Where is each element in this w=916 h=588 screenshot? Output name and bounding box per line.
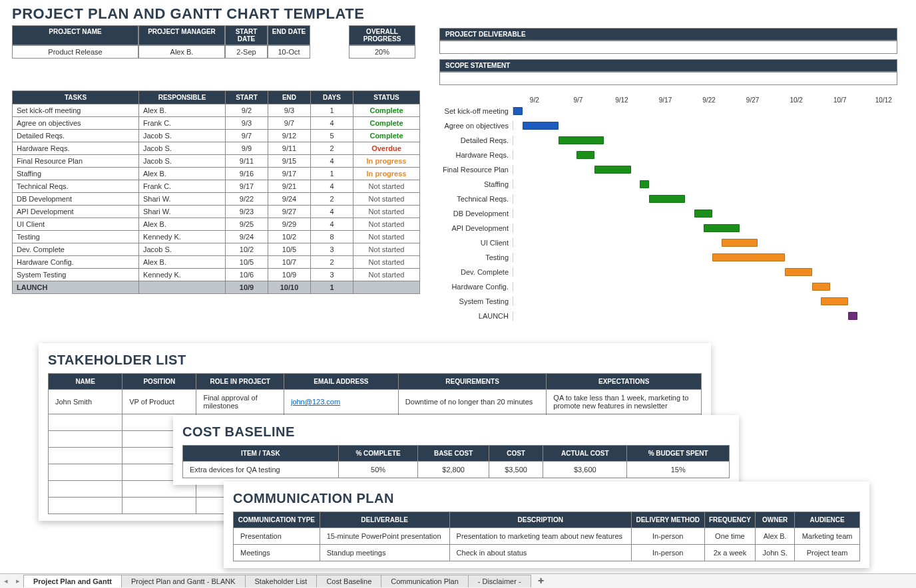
meta-value[interactable]: Alex B. <box>138 45 225 59</box>
task-status: Not started <box>353 269 420 281</box>
task-name: Staffing <box>13 168 139 180</box>
gantt-row: LAUNCH <box>439 309 905 323</box>
scope-header: SCOPE STATEMENT <box>439 59 897 72</box>
gantt-bar <box>694 210 712 218</box>
cost-cell: $3,600 <box>543 462 627 478</box>
tab-scroll[interactable]: ◂▸ <box>0 577 24 585</box>
task-status: Not started <box>353 231 420 243</box>
meta-header: END DATE <box>268 25 310 45</box>
cost-col-header: % COMPLETE <box>338 446 418 462</box>
task-start: 9/3 <box>226 117 268 130</box>
gantt-tick: 9/12 <box>600 96 644 104</box>
tab--disclaimer-[interactable]: - Disclaimer - <box>468 575 531 587</box>
comm-col-header: FREQUENCY <box>704 512 756 528</box>
gantt-tick: 9/7 <box>557 96 600 104</box>
task-col-header: START <box>226 91 268 104</box>
gantt-label: Hardware Reqs. <box>439 151 513 159</box>
table-row[interactable]: Agree on objectives Frank C. 9/3 9/7 4 C… <box>13 117 420 130</box>
task-end: 10/2 <box>268 231 311 243</box>
task-responsible: Jacob S. <box>139 130 226 142</box>
task-name: System Testing <box>13 269 139 281</box>
table-row[interactable]: Hardware Config. Alex B. 10/5 10/7 2 Not… <box>13 256 420 269</box>
task-days: 8 <box>311 231 353 243</box>
comm-cell: John S. <box>756 545 795 561</box>
comm-cell: In-person <box>631 545 704 561</box>
comm-col-header: OWNER <box>756 512 795 528</box>
task-name: Testing <box>13 231 139 243</box>
page-title: PROJECT PLAN AND GANTT CHART TEMPLATE <box>0 0 916 25</box>
gantt-row: System Testing <box>439 294 905 309</box>
gantt-label: System Testing <box>439 297 513 305</box>
gantt-label: Staffing <box>439 180 513 188</box>
table-row[interactable]: Detailed Reqs. Jacob S. 9/7 9/12 5 Compl… <box>13 130 420 142</box>
meta-value[interactable]: 2-Sep <box>225 45 268 59</box>
table-row[interactable]: UI Client Alex B. 9/25 9/29 4 Not starte… <box>13 218 420 231</box>
task-status: Complete <box>353 130 420 142</box>
table-row[interactable]: LAUNCH 10/9 10/10 1 <box>13 281 420 294</box>
stakeholder-title: STAKEHOLDER LIST <box>48 350 702 373</box>
meta-header: PROJECT MANAGER <box>138 25 225 45</box>
comm-cell: Project team <box>795 545 860 561</box>
task-start: 9/17 <box>226 180 268 193</box>
comm-cell: In-person <box>631 528 704 545</box>
gantt-tick: 10/12 <box>862 96 906 104</box>
task-end: 10/10 <box>268 281 311 294</box>
task-name: LAUNCH <box>13 281 139 294</box>
task-responsible: Alex B. <box>139 104 226 117</box>
task-days: 1 <box>311 168 353 180</box>
table-row[interactable]: API Development Shari W. 9/23 9/27 4 Not… <box>13 206 420 218</box>
task-start: 10/5 <box>226 256 268 269</box>
table-row[interactable]: Technical Reqs. Frank C. 9/17 9/21 4 Not… <box>13 180 420 193</box>
cost-cell: $2,800 <box>418 462 489 478</box>
task-end: 9/27 <box>268 206 311 218</box>
gantt-bar <box>513 107 523 115</box>
gantt-bar <box>785 268 812 276</box>
tab-project-plan-and-gantt-blank[interactable]: Project Plan and Gantt - BLANK <box>121 575 246 587</box>
gantt-bar <box>812 283 830 291</box>
gantt-bar <box>523 122 559 130</box>
gantt-tick: 10/2 <box>774 96 818 104</box>
table-row[interactable]: Set kick-off meeting Alex B. 9/2 9/3 1 C… <box>13 104 420 117</box>
tab-project-plan-and-gantt[interactable]: Project Plan and Gantt <box>23 575 122 587</box>
comm-col-header: DESCRIPTION <box>449 512 631 528</box>
cost-cell: 15% <box>627 462 730 478</box>
task-status: In progress <box>353 168 420 180</box>
sh-name: John Smith <box>49 390 122 414</box>
table-row[interactable]: System Testing Kennedy K. 10/6 10/9 3 No… <box>13 269 420 281</box>
table-row: John Smith VP of Product Final approval … <box>49 390 702 414</box>
task-status: Complete <box>353 104 420 117</box>
gantt-tick: 9/22 <box>687 96 731 104</box>
task-start: 9/2 <box>226 104 268 117</box>
task-days: 4 <box>311 218 353 231</box>
comm-cell: Alex B. <box>756 528 795 545</box>
meta-value[interactable]: Product Release <box>12 45 138 59</box>
deliverable-value[interactable] <box>439 41 897 54</box>
gantt-bar <box>576 151 594 159</box>
table-row[interactable]: Final Resource Plan Jacob S. 9/11 9/15 4… <box>13 155 420 168</box>
cost-col-header: ITEM / TASK <box>183 446 339 462</box>
table-row[interactable]: Hardware Reqs. Jacob S. 9/9 9/11 2 Overd… <box>13 142 420 155</box>
table-row[interactable]: Dev. Complete Jacob S. 10/2 10/5 3 Not s… <box>13 243 420 256</box>
chevron-right-icon[interactable]: ▸ <box>16 577 20 585</box>
gantt-tick: 10/7 <box>818 96 862 104</box>
task-col-header: END <box>268 91 311 104</box>
table-row[interactable]: DB Development Shari W. 9/22 9/24 2 Not … <box>13 193 420 206</box>
task-start: 10/2 <box>226 243 268 256</box>
meta-value[interactable]: 10-Oct <box>268 45 310 59</box>
tab-stakeholder-list[interactable]: Stakeholder List <box>245 575 318 587</box>
table-row[interactable]: Testing Kennedy K. 9/24 10/2 8 Not start… <box>13 231 420 243</box>
comm-cell: Standup meetings <box>320 545 449 561</box>
chevron-left-icon[interactable]: ◂ <box>4 577 8 585</box>
sh-email-link[interactable]: john@123.com <box>291 398 340 406</box>
table-row[interactable]: Staffing Alex B. 9/16 9/17 1 In progress <box>13 168 420 180</box>
cost-col-header: BASE COST <box>418 446 489 462</box>
tab-communication-plan[interactable]: Communication Plan <box>381 575 469 587</box>
tab-cost-baseline[interactable]: Cost Baseline <box>316 575 381 587</box>
add-sheet-button[interactable]: ✚ <box>531 574 551 588</box>
scope-value[interactable] <box>439 72 897 85</box>
comm-title: COMMUNICATION PLAN <box>233 488 860 512</box>
task-days: 3 <box>311 269 353 281</box>
task-col-header: DAYS <box>311 91 353 104</box>
task-responsible: Shari W. <box>139 193 226 206</box>
task-col-header: TASKS <box>13 91 139 104</box>
